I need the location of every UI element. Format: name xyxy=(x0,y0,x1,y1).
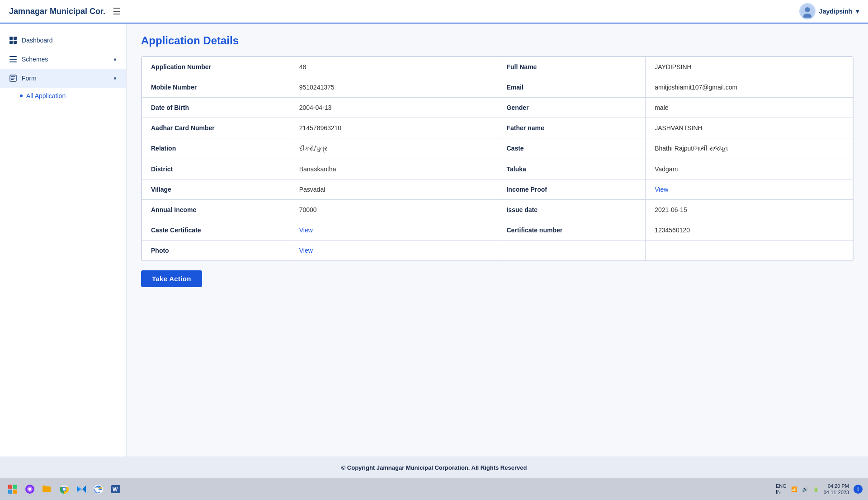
taskbar-date: 04-11-2023 xyxy=(824,489,849,495)
field-label: Caste xyxy=(497,138,646,159)
field-value: JASHVANTSINH xyxy=(646,118,853,138)
field-value xyxy=(646,241,853,261)
field-label: Income Proof xyxy=(497,179,646,200)
field-label xyxy=(497,241,646,261)
svg-rect-4 xyxy=(14,37,17,40)
field-value: 1234560120 xyxy=(646,220,853,241)
svg-rect-13 xyxy=(11,79,14,80)
taskbar: W ENG IN 📶 🔊 🔋 04:20 PM 04-11-2023 i xyxy=(0,478,868,500)
field-value: Pasvadal xyxy=(290,179,497,200)
field-value[interactable]: View xyxy=(290,220,497,241)
field-value: Banaskantha xyxy=(290,159,497,179)
table-row: Annual Income70000Issue date2021-06-15 xyxy=(142,200,853,220)
app-brand: Jamnagar Municipal Cor. xyxy=(9,7,105,16)
table-row: Application Number48Full NameJAYDIPSINH xyxy=(142,57,853,77)
sidebar-item-dashboard[interactable]: Dashboard xyxy=(0,31,126,50)
sidebar-schemes-label: Schemes xyxy=(22,56,48,63)
table-row: Mobile Number9510241375Emailamitjoshiami… xyxy=(142,77,853,98)
field-label: Annual Income xyxy=(142,200,290,220)
field-label: Father name xyxy=(497,118,646,138)
windows-start-button[interactable] xyxy=(5,482,20,496)
sidebar-form-label: Form xyxy=(22,75,37,82)
sidebar-item-all-application[interactable]: All Application xyxy=(0,88,126,104)
taskbar-chrome-icon[interactable] xyxy=(57,482,71,496)
taskbar-google-icon[interactable] xyxy=(91,482,106,496)
table-row: DistrictBanaskanthaTalukaVadgam xyxy=(142,159,853,179)
notification-icon[interactable]: i xyxy=(854,485,863,494)
field-label: Relation xyxy=(142,138,290,159)
field-label: Village xyxy=(142,179,290,200)
field-label: Gender xyxy=(497,98,646,118)
taskbar-folder-icon[interactable] xyxy=(40,482,54,496)
svg-point-16 xyxy=(28,488,31,491)
svg-rect-6 xyxy=(14,41,17,44)
sidebar-item-schemes[interactable]: Schemes ∨ xyxy=(0,50,126,69)
field-label: Taluka xyxy=(497,159,646,179)
field-value: 70000 xyxy=(290,200,497,220)
table-row: Relationદીકરો/પુત્રCasteBhathi Rajput/ભા… xyxy=(142,138,853,159)
table-row: Aadhar Card Number214578963210Father nam… xyxy=(142,118,853,138)
field-label: Date of Birth xyxy=(142,98,290,118)
field-value: Bhathi Rajput/ભાથી રાજપૂત xyxy=(646,138,853,159)
sidebar: Dashboard Schemes ∨ xyxy=(0,24,127,478)
field-value: દીકરો/પુત્ર xyxy=(290,138,497,159)
field-label: Mobile Number xyxy=(142,77,290,98)
svg-rect-11 xyxy=(11,76,15,77)
table-row: Date of Birth2004-04-13Gendermale xyxy=(142,98,853,118)
field-value: 48 xyxy=(290,57,497,77)
svg-point-18 xyxy=(63,488,66,491)
footer: © Copyright Jamnagar Municipal Corporati… xyxy=(0,457,868,478)
sidebar-item-form[interactable]: Form ∧ xyxy=(0,69,126,88)
table-row: PhotoView xyxy=(142,241,853,261)
volume-icon: 🔊 xyxy=(802,486,808,492)
taskbar-browser-icon[interactable] xyxy=(23,482,37,496)
field-value[interactable]: View xyxy=(290,241,497,261)
take-action-button[interactable]: Take Action xyxy=(141,270,202,287)
main-layout: Dashboard Schemes ∨ xyxy=(0,24,868,478)
application-details-card: Application Number48Full NameJAYDIPSINHM… xyxy=(141,56,854,261)
avatar xyxy=(799,3,816,19)
field-value: 2021-06-15 xyxy=(646,200,853,220)
footer-suffix: . All Rights Reserved xyxy=(468,464,527,471)
top-navigation: Jamnagar Municipal Cor. ☰ Jaydipsinh ▾ xyxy=(0,0,868,24)
taskbar-vscode-icon[interactable] xyxy=(74,482,89,496)
svg-rect-3 xyxy=(9,37,13,40)
field-value: JAYDIPSINH xyxy=(646,57,853,77)
svg-rect-5 xyxy=(9,41,13,44)
taskbar-time-date: 04:20 PM 04-11-2023 xyxy=(824,483,849,496)
field-value[interactable]: View xyxy=(646,179,853,200)
taskbar-time: 04:20 PM xyxy=(824,483,849,489)
svg-text:W: W xyxy=(113,486,118,493)
schemes-chevron: ∨ xyxy=(113,56,117,62)
field-label: Aadhar Card Number xyxy=(142,118,290,138)
table-row: VillagePasvadalIncome ProofView xyxy=(142,179,853,200)
grid-icon xyxy=(9,36,17,44)
user-chevron: ▾ xyxy=(856,8,859,15)
footer-prefix: © Copyright xyxy=(341,464,377,471)
svg-rect-8 xyxy=(9,59,17,60)
main-content: Application Details Application Number48… xyxy=(127,24,868,478)
table-row: Caste CertificateViewCertificate number1… xyxy=(142,220,853,241)
field-label: Caste Certificate xyxy=(142,220,290,241)
field-label: Email xyxy=(497,77,646,98)
wifi-icon: 📶 xyxy=(791,486,797,492)
taskbar-word-icon[interactable]: W xyxy=(108,482,123,496)
hamburger-icon[interactable]: ☰ xyxy=(113,6,121,17)
battery-icon: 🔋 xyxy=(813,486,819,492)
field-label: Issue date xyxy=(497,200,646,220)
user-name: Jaydipsinh xyxy=(819,8,852,15)
form-icon xyxy=(9,74,17,82)
taskbar-lang: ENG IN xyxy=(776,483,787,495)
field-value: Vadgam xyxy=(646,159,853,179)
svg-point-1 xyxy=(805,7,810,12)
field-label: Photo xyxy=(142,241,290,261)
field-value: 9510241375 xyxy=(290,77,497,98)
user-menu[interactable]: Jaydipsinh ▾ xyxy=(799,3,859,19)
field-label: Application Number xyxy=(142,57,290,77)
list-icon xyxy=(9,55,17,63)
sidebar-dashboard-label: Dashboard xyxy=(22,37,53,44)
page-title: Application Details xyxy=(141,34,854,47)
form-chevron: ∧ xyxy=(113,75,117,81)
taskbar-apps: W xyxy=(5,482,123,496)
svg-rect-9 xyxy=(9,61,17,62)
